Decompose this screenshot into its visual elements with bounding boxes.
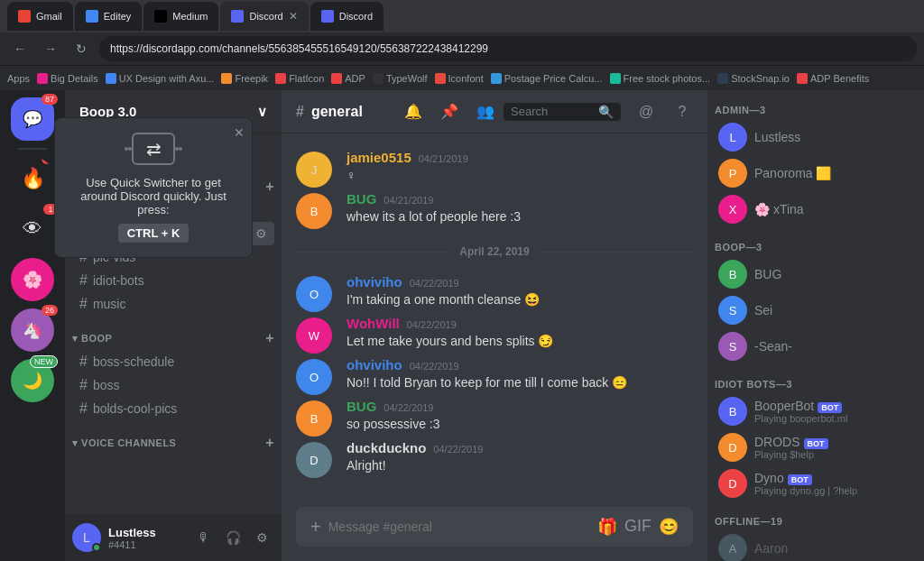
back-button[interactable]: ← <box>7 36 32 61</box>
server-icon-2[interactable]: 👁 1 <box>11 207 54 251</box>
member-panoroma[interactable]: P Panoroma 🟨 <box>711 155 920 191</box>
server-icon-5[interactable]: 🌙 NEW <box>11 359 54 402</box>
settings-button[interactable]: ⚙ <box>249 525 274 550</box>
message-content-bug-1: BUG 04/21/2019 whew its a lot of people … <box>346 191 693 229</box>
message-input[interactable] <box>328 520 590 534</box>
server-badge-home: 87 <box>42 94 58 105</box>
bookmark-adp[interactable]: ADP <box>331 73 365 84</box>
emoji-icon[interactable]: 😊 <box>659 517 679 537</box>
member-sei[interactable]: S Sei <box>711 292 920 328</box>
main-chat: # general 🔔 📌 👥 Search 🔍 @ ? J jamie0515 <box>282 90 707 561</box>
tab-favicon-editey <box>86 10 98 23</box>
server-icon-4[interactable]: 🦄 26 <box>11 308 54 352</box>
server-icon-1[interactable]: 🔥 17 <box>11 157 54 200</box>
bookmark-freepik[interactable]: Freepik <box>221 73 268 84</box>
search-box[interactable]: Search 🔍 <box>504 103 621 121</box>
member-name-sean: -Sean- <box>754 339 913 354</box>
chat-hash-icon: # <box>296 104 304 120</box>
username-jamie0515[interactable]: jamie0515 <box>346 150 411 165</box>
app: 💬 87 🔥 17 👁 1 🌸 🦄 26 🌙 NEW Boop 3.0 ∨ <box>0 90 924 561</box>
member-drods[interactable]: D DRODSBOT Playing $help <box>711 429 920 465</box>
quick-switcher-close[interactable]: ✕ <box>234 125 245 140</box>
tab-editey[interactable]: Editey <box>75 2 143 31</box>
date-line-left <box>296 252 448 253</box>
server-avatar-4: 🦄 <box>23 320 42 340</box>
member-bug[interactable]: B BUG <box>711 256 920 292</box>
username-bug-2[interactable]: BUG <box>346 399 376 414</box>
username-ohviviho-1[interactable]: ohviviho <box>346 274 402 290</box>
channel-bolds-cool-pics[interactable]: # bolds-cool-pics <box>72 397 274 420</box>
bookmark-flaticon[interactable]: FlatIcon <box>275 73 324 84</box>
bookmark-freestocks[interactable]: Free stock photos... <box>610 73 711 84</box>
input-actions: 🎁 GIF 😊 <box>597 517 679 537</box>
date-line-right <box>541 252 693 253</box>
message-header-ohviviho-1: ohviviho 04/22/2019 <box>346 274 693 290</box>
message-jamie0515-1: J jamie0515 04/21/2019 ♀ <box>282 148 707 189</box>
category-boop-label: ▾ BOOP <box>72 333 112 345</box>
channel-music[interactable]: # music <box>72 292 274 316</box>
message-header-jamie0515-1: jamie0515 04/21/2019 <box>346 150 693 165</box>
bookmark-apps[interactable]: Apps <box>7 73 30 84</box>
bookmark-bigdetails[interactable]: Big Details <box>37 73 98 84</box>
input-plus-icon[interactable]: + <box>310 517 321 538</box>
message-bug-1: B BUG 04/21/2019 whew its a lot of peopl… <box>282 189 707 231</box>
gif-icon[interactable]: GIF <box>624 517 651 537</box>
timestamp-msg1: 04/21/2019 <box>419 153 468 164</box>
avatar-panoroma: P <box>718 159 747 188</box>
tab-discord2[interactable]: Discord <box>310 2 383 31</box>
category-boop[interactable]: ▾ BOOP + <box>65 316 282 350</box>
username-wohwill-1[interactable]: WohWill <box>346 316 400 331</box>
at-icon[interactable]: @ <box>635 101 657 123</box>
bookmark-postage[interactable]: Postage Price Calcu... <box>491 73 603 84</box>
bookmark-adpbenefits[interactable]: ADP Benefits <box>797 73 869 84</box>
server-icon-3[interactable]: 🌸 <box>11 258 54 301</box>
help-icon[interactable]: ? <box>671 101 693 123</box>
address-bar[interactable]: https://discordapp.com/channels/55638545… <box>99 36 917 61</box>
members-icon[interactable]: 👥 <box>475 101 496 123</box>
category-general-add[interactable]: + <box>265 179 274 195</box>
member-info-xtina: 🌸 xTina <box>754 202 913 216</box>
channel-boss-schedule[interactable]: # boss-schedule <box>72 350 274 373</box>
member-aaron[interactable]: A Aaron <box>711 530 920 561</box>
refresh-button[interactable]: ↻ <box>69 36 94 61</box>
member-booperbot[interactable]: B BooperBotBOT Playing booperbot.ml <box>711 393 920 429</box>
category-voice-add[interactable]: + <box>265 435 274 451</box>
member-info-lustless: Lustless <box>754 130 913 144</box>
channel-boss[interactable]: # boss <box>72 373 274 397</box>
member-xtina[interactable]: X 🌸 xTina <box>711 191 920 227</box>
username-ohviviho-2[interactable]: ohviviho <box>346 357 402 372</box>
username-bug-1[interactable]: BUG <box>346 191 376 207</box>
gift-icon[interactable]: 🎁 <box>597 517 617 537</box>
pin-icon[interactable]: 📌 <box>439 101 460 123</box>
avatar-bug-2: B <box>296 400 332 437</box>
tab-label-medium: Medium <box>172 11 208 22</box>
notification-bell-icon[interactable]: 🔔 <box>402 101 424 123</box>
bookmark-stocksnap[interactable]: StockSnap.io <box>717 73 790 84</box>
deafen-button[interactable]: 🎧 <box>220 525 245 550</box>
bookmark-typewolf[interactable]: TypeWolf <box>373 73 428 84</box>
tab-medium[interactable]: Medium <box>143 2 218 31</box>
bookmark-iconfont[interactable]: Iconfont <box>435 73 484 84</box>
tab-close-discord[interactable]: ✕ <box>289 10 298 23</box>
member-sean[interactable]: S -Sean- <box>711 328 920 364</box>
forward-button[interactable]: → <box>38 36 63 61</box>
user-avatar-letter: L <box>83 530 90 545</box>
chevron-down-icon: ∨ <box>257 104 267 120</box>
mute-button[interactable]: 🎙 <box>191 525 217 550</box>
category-voice[interactable]: ▾ VOICE CHANNELS + <box>65 420 282 455</box>
server-icon-home[interactable]: 💬 87 <box>11 97 54 141</box>
tab-gmail[interactable]: Gmail <box>7 2 73 31</box>
username-duckduckno[interactable]: duckduckno <box>346 440 426 455</box>
bookmark-uxdesign[interactable]: UX Design with Axu... <box>106 73 215 84</box>
tab-discord[interactable]: Discord ✕ <box>220 2 308 31</box>
url-text: https://discordapp.com/channels/55638545… <box>110 42 488 55</box>
settings-icon[interactable]: ⚙ <box>255 226 267 241</box>
member-dyno[interactable]: D DynoBOT Playing dyno.gg | ?help <box>711 465 920 501</box>
member-lustless[interactable]: L Lustless <box>711 119 920 155</box>
message-header-wohwill-1: WohWill 04/22/2019 <box>346 316 693 331</box>
category-voice-label: ▾ VOICE CHANNELS <box>72 437 176 449</box>
server-divider-1 <box>18 148 47 150</box>
message-wohwill-1: W WohWill 04/22/2019 Let me take yours a… <box>282 314 707 355</box>
channel-idiot-bots[interactable]: # idiot-bots <box>72 269 274 292</box>
category-boop-add[interactable]: + <box>265 330 274 346</box>
